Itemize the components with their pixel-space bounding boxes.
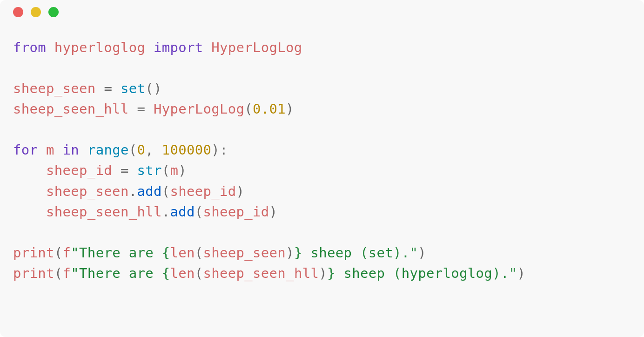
builtin-set: set (121, 81, 145, 96)
paren-open: ( (54, 245, 63, 261)
var-sheep-seen-hll: sheep_seen_hll (46, 204, 162, 220)
string-there-are: There are (79, 245, 162, 261)
class-hyperloglog: HyperLogLog (211, 40, 302, 55)
comma: , (145, 142, 154, 158)
dot: . (162, 204, 170, 220)
num-001: 0.01 (253, 101, 286, 117)
paren-close: ) (286, 245, 294, 261)
quote: " (509, 265, 517, 281)
var-sheep-id: sheep_id (46, 162, 112, 178)
var-sheep-seen: sheep_seen (203, 245, 286, 261)
paren-open: ( (129, 142, 137, 158)
keyword-for: for (13, 142, 38, 158)
code-area: from hyperloglog import HyperLogLog shee… (0, 24, 644, 297)
paren-open: ( (162, 162, 170, 178)
paren-close: ) (517, 265, 525, 281)
num-0: 0 (137, 142, 145, 158)
operator-eq: = (121, 162, 129, 178)
brace-close: } (327, 265, 335, 281)
brace-open: { (162, 245, 170, 261)
paren-close: ) (319, 265, 327, 281)
fprefix: f (63, 245, 71, 261)
builtin-str: str (137, 162, 161, 178)
paren-open: ( (244, 101, 253, 117)
paren-close: ) (178, 162, 187, 178)
fprefix: f (63, 265, 71, 281)
quote: " (71, 245, 79, 261)
var-sheep-id: sheep_id (203, 204, 269, 220)
string-sheep-set: sheep (set). (302, 245, 410, 261)
class-hyperloglog-call: HyperLogLog (154, 101, 244, 117)
close-dot-icon[interactable] (13, 7, 23, 17)
window-titlebar (0, 0, 644, 24)
paren-close: ) (286, 101, 294, 117)
quote: " (410, 245, 418, 261)
paren-open: ( (195, 265, 203, 281)
operator-eq: = (104, 81, 112, 96)
paren-close: ) (211, 142, 220, 158)
paren-close: ) (269, 204, 278, 220)
builtin-len: len (170, 265, 195, 281)
brace-open: { (162, 265, 170, 281)
string-there-are: There are (79, 265, 162, 281)
method-add: add (170, 204, 195, 220)
paren-open: ( (54, 265, 63, 281)
method-add: add (137, 183, 161, 199)
builtin-print: print (13, 265, 54, 281)
var-sheep-id: sheep_id (170, 183, 236, 199)
builtin-range: range (87, 142, 129, 158)
operator-eq: = (137, 101, 145, 117)
var-m: m (170, 162, 178, 178)
keyword-in: in (63, 142, 80, 158)
paren-open: ( (162, 183, 170, 199)
builtin-print: print (13, 245, 54, 261)
zoom-dot-icon[interactable] (48, 7, 59, 17)
num-100000: 100000 (162, 142, 212, 158)
brace-close: } (294, 245, 302, 261)
paren-open: ( (195, 204, 203, 220)
module-name: hyperloglog (54, 40, 145, 55)
paren-close: ) (418, 245, 426, 261)
code-window: from hyperloglog import HyperLogLog shee… (0, 0, 644, 337)
colon: : (220, 142, 228, 158)
var-sheep-seen-hll: sheep_seen_hll (13, 101, 129, 117)
parens: () (145, 81, 162, 96)
keyword-from: from (13, 40, 46, 55)
string-sheep-hll: sheep (hyperloglog). (335, 265, 509, 281)
paren-close: ) (236, 183, 245, 199)
builtin-len: len (170, 245, 195, 261)
var-sheep-seen-hll: sheep_seen_hll (203, 265, 319, 281)
var-sheep-seen: sheep_seen (46, 183, 129, 199)
dot: . (129, 183, 137, 199)
var-sheep-seen: sheep_seen (13, 81, 96, 96)
keyword-import: import (154, 40, 203, 55)
paren-open: ( (195, 245, 203, 261)
minimize-dot-icon[interactable] (31, 7, 41, 17)
var-m: m (46, 142, 54, 158)
quote: " (71, 265, 79, 281)
